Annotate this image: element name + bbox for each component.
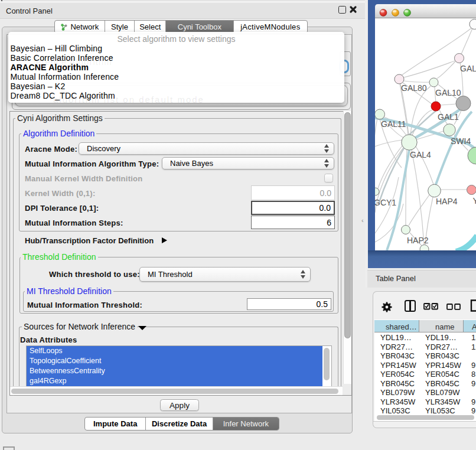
- svg-text:GCY1: GCY1: [374, 198, 396, 207]
- svg-text:GAL11: GAL11: [381, 119, 406, 129]
- svg-text:SWI4: SWI4: [451, 136, 471, 146]
- svg-text:GAL80: GAL80: [401, 83, 427, 93]
- svg-text:HAP2: HAP2: [407, 236, 429, 245]
- svg-text:GAL10: GAL10: [435, 88, 461, 97]
- svg-text:Y: Y: [473, 196, 476, 206]
- svg-text:GAL7: GAL7: [460, 64, 476, 73]
- svg-text:GAL4: GAL4: [410, 150, 431, 159]
- svg-text:HAP4: HAP4: [436, 197, 458, 206]
- svg-text:GAL1: GAL1: [438, 112, 459, 122]
